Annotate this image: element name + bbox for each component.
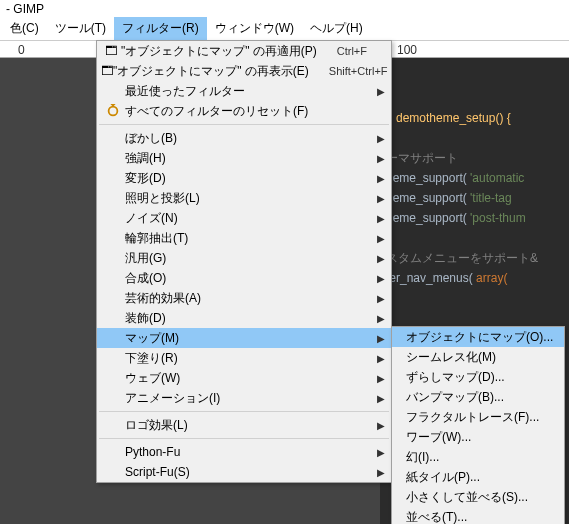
submenu-arrow-icon: ▶	[377, 153, 385, 164]
menu-web[interactable]: ウェブ(W)▶	[97, 368, 391, 388]
submenu-arrow-icon: ▶	[377, 373, 385, 384]
menu-python-fu[interactable]: Python-Fu▶	[97, 442, 391, 462]
ruler-tick-0: 0	[18, 43, 25, 57]
submenu-arrow-icon: ▶	[377, 273, 385, 284]
accel-text: Shift+Ctrl+F	[329, 65, 388, 77]
menu-logo[interactable]: ロゴ効果(L)▶	[97, 415, 391, 435]
submenu-papertile[interactable]: 紙タイル(P)...	[392, 467, 564, 487]
submenu-seamless[interactable]: シームレス化(M)	[392, 347, 564, 367]
reshow-icon: 🗔	[101, 64, 113, 78]
menu-bar: 色(C) ツール(T) フィルター(R) ウィンドウ(W) ヘルプ(H)	[0, 18, 569, 40]
separator	[99, 438, 389, 439]
submenu-bump[interactable]: バンプマップ(B)...	[392, 387, 564, 407]
submenu-smalltile[interactable]: 小さくして並べる(S)...	[392, 487, 564, 507]
window-title: - GIMP	[0, 0, 569, 18]
submenu-arrow-icon: ▶	[377, 133, 385, 144]
submenu-arrow-icon: ▶	[377, 313, 385, 324]
menu-tool[interactable]: ツール(T)	[47, 17, 114, 40]
submenu-arrow-icon: ▶	[377, 233, 385, 244]
reset-icon	[101, 104, 125, 118]
submenu-arrow-icon: ▶	[377, 253, 385, 264]
submenu-warp[interactable]: ワープ(W)...	[392, 427, 564, 447]
ruler-tick-100: 100	[397, 43, 417, 57]
submenu-tile[interactable]: 並べる(T)...	[392, 507, 564, 524]
menu-distort[interactable]: 変形(D)▶	[97, 168, 391, 188]
submenu-displace[interactable]: ずらしマップ(D)...	[392, 367, 564, 387]
map-submenu: オブジェクトにマップ(O)... シームレス化(M) ずらしマップ(D)... …	[391, 326, 565, 524]
menu-help[interactable]: ヘルプ(H)	[302, 17, 371, 40]
menu-render[interactable]: 下塗り(R)▶	[97, 348, 391, 368]
submenu-arrow-icon: ▶	[377, 353, 385, 364]
submenu-arrow-icon: ▶	[377, 293, 385, 304]
separator	[99, 411, 389, 412]
menu-combine[interactable]: 合成(O)▶	[97, 268, 391, 288]
menu-light[interactable]: 照明と投影(L)▶	[97, 188, 391, 208]
svg-point-0	[109, 107, 118, 116]
submenu-arrow-icon: ▶	[377, 333, 385, 344]
menu-reshow[interactable]: 🗔 "オブジェクトにマップ" の再表示(E) Shift+Ctrl+F	[97, 61, 391, 81]
submenu-arrow-icon: ▶	[377, 393, 385, 404]
filter-dropdown: 🗔 "オブジェクトにマップ" の再適用(P) Ctrl+F 🗔 "オブジェクトに…	[96, 40, 392, 483]
menu-animation[interactable]: アニメーション(I)▶	[97, 388, 391, 408]
menu-artistic[interactable]: 芸術的効果(A)▶	[97, 288, 391, 308]
menu-noise[interactable]: ノイズ(N)▶	[97, 208, 391, 228]
submenu-fractal[interactable]: フラクタルトレース(F)...	[392, 407, 564, 427]
menu-reset-all[interactable]: すべてのフィルターのリセット(F)	[97, 101, 391, 121]
menu-color[interactable]: 色(C)	[2, 17, 47, 40]
menu-reapply[interactable]: 🗔 "オブジェクトにマップ" の再適用(P) Ctrl+F	[97, 41, 391, 61]
submenu-arrow-icon: ▶	[377, 193, 385, 204]
separator	[99, 124, 389, 125]
accel-text: Ctrl+F	[337, 45, 367, 57]
menu-decor[interactable]: 装飾(D)▶	[97, 308, 391, 328]
submenu-illusion[interactable]: 幻(I)...	[392, 447, 564, 467]
submenu-map-object[interactable]: オブジェクトにマップ(O)...	[392, 327, 564, 347]
menu-recent[interactable]: 最近使ったフィルター▶	[97, 81, 391, 101]
menu-blur[interactable]: ぼかし(B)▶	[97, 128, 391, 148]
submenu-arrow-icon: ▶	[377, 420, 385, 431]
submenu-arrow-icon: ▶	[377, 213, 385, 224]
menu-filter[interactable]: フィルター(R)	[114, 17, 207, 40]
menu-script-fu[interactable]: Script-Fu(S)▶	[97, 462, 391, 482]
menu-edge[interactable]: 輪郭抽出(T)▶	[97, 228, 391, 248]
menu-window[interactable]: ウィンドウ(W)	[207, 17, 302, 40]
reapply-icon: 🗔	[101, 44, 121, 58]
submenu-arrow-icon: ▶	[377, 447, 385, 458]
menu-enhance[interactable]: 強調(H)▶	[97, 148, 391, 168]
submenu-arrow-icon: ▶	[377, 467, 385, 478]
submenu-arrow-icon: ▶	[377, 86, 385, 97]
menu-generic[interactable]: 汎用(G)▶	[97, 248, 391, 268]
menu-map[interactable]: マップ(M)▶	[97, 328, 391, 348]
submenu-arrow-icon: ▶	[377, 173, 385, 184]
